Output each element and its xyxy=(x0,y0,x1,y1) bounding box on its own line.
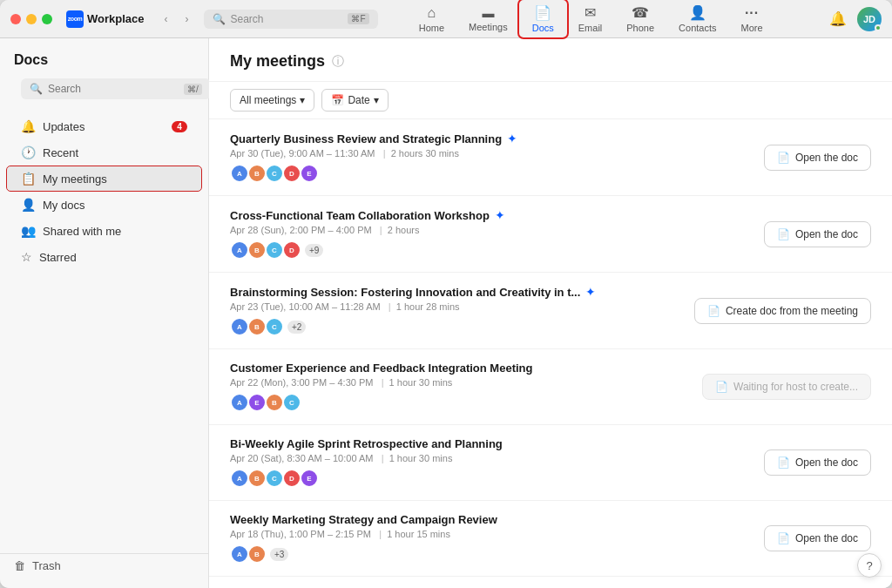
meeting-avatars: ABCDE xyxy=(230,469,750,488)
brand-name: Workplace xyxy=(87,12,145,25)
nav-phone-label: Phone xyxy=(626,23,654,33)
more-icon: ··· xyxy=(745,5,759,21)
sidebar-item-starred[interactable]: ☆ Starred xyxy=(7,245,201,269)
titlebar-right: 🔔 JD xyxy=(826,7,882,31)
titlebar: zoom Workplace ‹ › 🔍 Search ⌘F ⌂ Home ▬ … xyxy=(0,0,892,38)
nav-email-label: Email xyxy=(578,23,603,33)
info-icon[interactable]: ⓘ xyxy=(332,54,344,70)
sidebar-item-shared-with-me[interactable]: 👥 Shared with me xyxy=(7,219,201,243)
meeting-item: Bi-Weekly Agile Sprint Retrospective and… xyxy=(209,425,892,501)
meeting-meta: Apr 23 (Tue), 10:00 AM – 11:28 AM | 1 ho… xyxy=(230,301,680,312)
meeting-info: Customer Experience and Feedback Integra… xyxy=(230,362,688,412)
participant-avatar: C xyxy=(265,469,284,488)
participant-avatar: B xyxy=(247,317,267,336)
back-button[interactable]: ‹ xyxy=(157,10,176,29)
all-meetings-filter[interactable]: All meetings ▾ xyxy=(230,89,314,112)
sidebar-item-my-docs[interactable]: 👤 My docs xyxy=(7,193,201,217)
sidebar-item-my-meetings[interactable]: 📋 My meetings xyxy=(7,166,201,191)
nav-docs[interactable]: 📄 Docs xyxy=(520,1,566,37)
participant-avatar: A xyxy=(230,544,249,564)
meeting-action: 📄 Create doc from the meeting xyxy=(694,298,871,324)
participant-avatar: C xyxy=(265,317,284,336)
meeting-title-row: Quarterly Business Review and Strategic … xyxy=(230,132,750,145)
meeting-title-row: Customer Experience and Feedback Integra… xyxy=(230,362,688,375)
shared-icon: 👥 xyxy=(21,224,36,238)
minimize-button[interactable] xyxy=(26,14,37,24)
meeting-item: Customer Experience and Feedback Integra… xyxy=(209,349,892,425)
my-docs-icon: 👤 xyxy=(21,198,36,212)
sidebar-item-updates[interactable]: 🔔 Updates 4 xyxy=(7,114,201,139)
meeting-info: Brainstorming Session: Fostering Innovat… xyxy=(230,285,680,336)
participant-avatar: C xyxy=(282,393,301,412)
action-label: Waiting for host to create... xyxy=(733,381,858,393)
nav-contacts[interactable]: 👤 Contacts xyxy=(666,1,728,37)
more-participants-badge: +9 xyxy=(305,244,323,257)
help-button[interactable]: ? xyxy=(857,553,882,578)
sidebar-search-icon: 🔍 xyxy=(30,83,43,95)
meeting-item: Quarterly Business Review and Strategic … xyxy=(209,119,892,196)
search-label: Search xyxy=(231,13,264,25)
action-label: Open the doc xyxy=(795,228,858,240)
avatar[interactable]: JD xyxy=(857,7,882,31)
nav-phone[interactable]: ☎ Phone xyxy=(614,1,666,37)
meeting-action-button[interactable]: 📄 Open the doc xyxy=(764,449,871,476)
meeting-action-button[interactable]: 📄 Open the doc xyxy=(764,145,871,171)
action-doc-icon: 📄 xyxy=(777,228,790,240)
trash-item[interactable]: 🗑 Trash xyxy=(0,553,208,578)
meeting-action-button[interactable]: 📄 Create doc from the meeting xyxy=(694,298,871,324)
sidebar: Docs 🔍 ⌘/ + 🔔 Updates 4 🕐 Recent 📋 xyxy=(0,38,209,588)
meeting-item: Cross-Functional Team Collaboration Work… xyxy=(209,196,892,273)
calendar-icon: 📅 xyxy=(331,94,344,106)
meeting-avatars: AB+3 xyxy=(230,544,750,564)
action-doc-icon: 📄 xyxy=(777,152,790,164)
meeting-avatars: AEBC xyxy=(230,393,688,412)
notifications-button[interactable]: 🔔 xyxy=(826,7,850,31)
action-doc-icon: 📄 xyxy=(777,532,790,544)
date-filter[interactable]: 📅 Date ▾ xyxy=(321,89,388,112)
action-label: Create doc from the meeting xyxy=(726,305,858,317)
sidebar-search-input[interactable] xyxy=(48,83,179,95)
meeting-action: 📄 Open the doc xyxy=(764,145,871,171)
close-button[interactable] xyxy=(10,14,21,24)
nav-more-label: More xyxy=(741,23,763,33)
sidebar-title: Docs xyxy=(0,49,208,75)
meeting-info: Weekly Marketing Strategy and Campaign R… xyxy=(230,513,750,564)
participant-avatar: D xyxy=(282,240,301,260)
meeting-avatars: ABC+2 xyxy=(230,317,680,336)
participant-avatar: E xyxy=(300,164,319,183)
all-meetings-chevron: ▾ xyxy=(300,94,305,106)
global-search-bar[interactable]: 🔍 Search ⌘F xyxy=(204,10,378,29)
meeting-item: Technology and Innovation Steering Commi… xyxy=(209,577,892,588)
sidebar-updates-label: Updates xyxy=(43,120,165,133)
meeting-info: Quarterly Business Review and Strategic … xyxy=(230,132,750,183)
sidebar-recent-label: Recent xyxy=(43,146,187,159)
app-brand: zoom Workplace xyxy=(66,10,145,28)
meeting-info: Bi-Weekly Agile Sprint Retrospective and… xyxy=(230,437,750,488)
meeting-action-button[interactable]: 📄 Open the doc xyxy=(764,525,871,551)
meeting-meta: Apr 20 (Sat), 8:30 AM – 10:00 AM | 1 hou… xyxy=(230,453,750,463)
forward-button[interactable]: › xyxy=(178,10,197,29)
nav-home[interactable]: ⌂ Home xyxy=(407,2,456,37)
date-filter-label: Date xyxy=(348,94,369,106)
nav-more[interactable]: ··· More xyxy=(729,2,775,37)
meeting-action: 📄 Open the doc xyxy=(764,221,871,247)
nav-home-label: Home xyxy=(419,23,444,33)
trash-label: Trash xyxy=(32,559,61,572)
meeting-title-row: Cross-Functional Team Collaboration Work… xyxy=(230,208,750,222)
content-header: My meetings ⓘ xyxy=(209,38,892,82)
search-shortcut: ⌘F xyxy=(348,13,368,24)
action-doc-icon: 📄 xyxy=(777,456,790,469)
updates-badge: 4 xyxy=(172,121,187,132)
maximize-button[interactable] xyxy=(42,14,52,24)
meeting-action-button[interactable]: 📄 Open the doc xyxy=(764,221,871,247)
meeting-action: 📄 Open the doc xyxy=(764,525,871,551)
participant-avatar: A xyxy=(230,317,249,336)
sidebar-item-recent[interactable]: 🕐 Recent xyxy=(7,140,201,165)
nav-meetings[interactable]: ▬ Meetings xyxy=(456,3,520,36)
meeting-item: Weekly Marketing Strategy and Campaign R… xyxy=(209,501,892,577)
window-controls xyxy=(10,14,52,24)
nav-email[interactable]: ✉ Email xyxy=(566,1,615,37)
content-title: My meetings xyxy=(230,52,325,71)
meeting-title-row: Bi-Weekly Agile Sprint Retrospective and… xyxy=(230,437,750,450)
sidebar-search[interactable]: 🔍 ⌘/ xyxy=(21,78,211,99)
